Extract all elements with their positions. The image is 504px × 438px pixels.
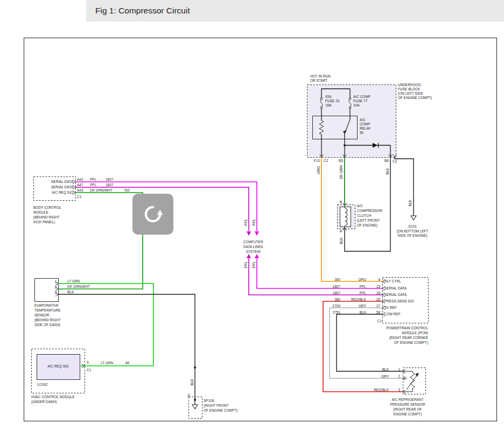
- connector-pin: [382, 313, 385, 316]
- wire-pcm-low-ref-blk: [337, 314, 403, 371]
- connector-pin: [73, 180, 75, 184]
- ign-fuse-symbol: [320, 107, 323, 109]
- connector-pin: [73, 186, 75, 189]
- junction-dot: [194, 399, 196, 401]
- wire-pcm-5v-ref-gry: [330, 308, 403, 378]
- wire-b6-clutch-return-blk: [345, 145, 390, 251]
- connector-pin: [73, 191, 75, 195]
- junction-dot: [344, 144, 346, 146]
- pressure-sensor-box: [403, 368, 426, 394]
- evap-sensor-box: [35, 279, 59, 302]
- underhood-fuse-block-box: [307, 85, 396, 158]
- wire-c2-to-g101-blk: [395, 157, 414, 216]
- refresh-icon: [142, 203, 164, 225]
- wire-sensor-internal-3: [403, 388, 412, 392]
- g101-ground-symbol: [411, 216, 416, 220]
- bcm-box: [34, 177, 76, 201]
- ign-fuse-symbol: [320, 97, 323, 100]
- ac-comp-fuse-symbol: [349, 97, 351, 100]
- wire-evap-lt-grn-to-hvac: [58, 284, 153, 366]
- pressure-sensor-resistor-symbol: [410, 372, 415, 388]
- pcm-box: [383, 278, 429, 323]
- wire-bcm-ac-req-dk-grn-wht: [58, 193, 143, 289]
- sp106-ground-symbol: [192, 405, 198, 409]
- pressure-sensor-wiper-arrow: [415, 373, 419, 377]
- junction-dot: [194, 366, 196, 369]
- loading-overlay[interactable]: [132, 194, 173, 235]
- flow-arrow: [255, 231, 259, 236]
- flow-arrow: [255, 254, 259, 258]
- wire-ppl-to-pcm-15: [257, 259, 382, 288]
- wiring-diagram: [0, 0, 504, 438]
- ac-comp-fuse-symbol: [349, 107, 351, 109]
- flow-arrow: [247, 254, 251, 258]
- wire-ppl-to-pcm-16: [249, 259, 382, 295]
- flow-arrow: [247, 231, 251, 236]
- hvac-logic-box: [37, 355, 80, 380]
- wire-evap-blk-to-sp106: [58, 294, 195, 400]
